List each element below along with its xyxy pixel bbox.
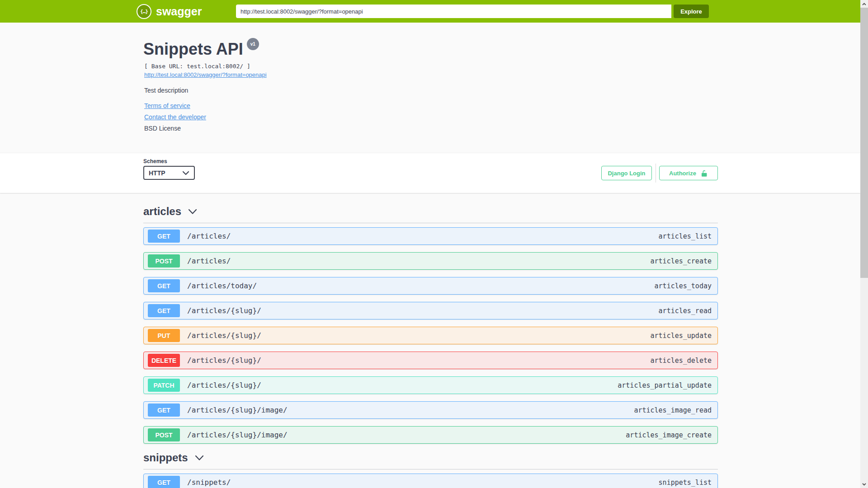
spec-url-input[interactable] (236, 5, 671, 18)
django-login-button[interactable]: Django Login (601, 166, 652, 180)
api-title: Snippets APIv1 (143, 40, 259, 59)
operation-row[interactable]: GET /articles/{slug}/image/ articles_ima… (143, 401, 718, 419)
scheme-container: Schemes HTTP Django Login Authorize (0, 153, 860, 193)
schemes-select[interactable]: HTTP (143, 166, 195, 180)
auth-divider (656, 164, 656, 183)
operation-id: articles_read (659, 307, 712, 315)
method-badge: POST (148, 254, 180, 267)
method-badge: POST (148, 428, 180, 441)
scrollbar-thumb[interactable] (860, 8, 868, 278)
tag-section-articles: articles GET /articles/ articles_list PO… (143, 205, 718, 444)
method-badge: GET (148, 279, 180, 292)
operation-path: /articles/{slug}/image/ (187, 406, 288, 414)
operations-area: articles GET /articles/ articles_list PO… (143, 193, 718, 488)
operation-row[interactable]: GET /articles/ articles_list (143, 227, 718, 245)
swagger-logo[interactable]: {…} swagger (137, 0, 202, 23)
operation-id: articles_image_read (634, 406, 712, 414)
operation-path: /articles/ (187, 257, 231, 265)
operation-path: /articles/ (187, 232, 231, 240)
operation-id: articles_list (659, 232, 712, 240)
operation-id: articles_update (651, 332, 712, 340)
operation-id: snippets_list (659, 479, 712, 487)
tag-title: articles (143, 205, 181, 218)
spec-link[interactable]: http://test.local:8002/swagger/?format=o… (144, 71, 267, 78)
operation-id: articles_today (655, 282, 712, 290)
operation-row[interactable]: DELETE /articles/{slug}/ articles_delete (143, 352, 718, 369)
operation-path: /articles/{slug}/ (187, 356, 261, 365)
unlock-icon (700, 169, 708, 177)
tag-section-snippets: snippets GET /snippets/ snippets_list (143, 451, 718, 488)
base-url: [ Base URL: test.local:8002/ ] (144, 63, 250, 70)
vertical-scrollbar[interactable] (860, 0, 868, 488)
operation-list: GET /articles/ articles_list POST /artic… (143, 227, 718, 444)
operation-row[interactable]: GET /articles/{slug}/ articles_read (143, 302, 718, 319)
section-divider (143, 223, 718, 223)
explore-button[interactable]: Explore (674, 5, 709, 18)
method-badge: PUT (148, 329, 180, 342)
operation-id: articles_image_create (626, 431, 712, 439)
operation-id: articles_create (651, 257, 712, 265)
scroll-up-button[interactable] (860, 0, 868, 8)
operation-id: articles_partial_update (618, 381, 712, 389)
section-divider (143, 469, 718, 469)
terms-of-service-link[interactable]: Terms of service (144, 102, 190, 109)
authorize-button[interactable]: Authorize (659, 166, 718, 180)
api-description: Test description (144, 87, 188, 94)
operation-row[interactable]: POST /articles/{slug}/image/ articles_im… (143, 426, 718, 444)
operation-row[interactable]: PATCH /articles/{slug}/ articles_partial… (143, 376, 718, 394)
operation-id: articles_delete (651, 357, 712, 365)
schemes-label: Schemes (143, 158, 167, 164)
swagger-logo-text: swagger (156, 5, 202, 18)
operation-path: /snippets/ (187, 478, 231, 487)
operation-path: /articles/{slug}/ (187, 381, 261, 389)
tag-title: snippets (143, 451, 188, 464)
chevron-down-icon (182, 171, 189, 175)
scroll-down-button[interactable] (860, 480, 868, 488)
license-text: BSD License (144, 125, 181, 132)
operation-path: /articles/{slug}/image/ (187, 431, 288, 439)
api-title-text: Snippets API (143, 40, 243, 58)
schemes-selected-value: HTTP (149, 169, 165, 177)
django-login-label: Django Login (608, 170, 645, 177)
method-badge: GET (148, 304, 180, 317)
operation-row[interactable]: PUT /articles/{slug}/ articles_update (143, 327, 718, 344)
chevron-down-icon (195, 455, 204, 461)
tag-header[interactable]: articles (143, 205, 718, 218)
operation-path: /articles/{slug}/ (187, 306, 261, 315)
operation-path: /articles/{slug}/ (187, 331, 261, 340)
version-badge: v1 (247, 38, 259, 50)
method-badge: GET (148, 230, 180, 243)
authorize-label: Authorize (669, 170, 696, 177)
operation-list: GET /snippets/ snippets_list (143, 474, 718, 488)
tag-header[interactable]: snippets (143, 451, 718, 465)
method-badge: GET (148, 404, 180, 417)
operation-row[interactable]: GET /articles/today/ articles_today (143, 277, 718, 295)
contact-developer-link[interactable]: Contact the developer (144, 113, 206, 121)
method-badge: DELETE (148, 354, 180, 367)
method-badge: PATCH (148, 379, 180, 392)
chevron-down-icon (188, 209, 197, 215)
swagger-logo-icon: {…} (137, 4, 151, 19)
operation-row[interactable]: GET /snippets/ snippets_list (143, 474, 718, 488)
topbar: {…} swagger Explore (0, 0, 860, 23)
operation-row[interactable]: POST /articles/ articles_create (143, 252, 718, 270)
operation-path: /articles/today/ (187, 282, 257, 290)
method-badge: GET (148, 476, 180, 488)
